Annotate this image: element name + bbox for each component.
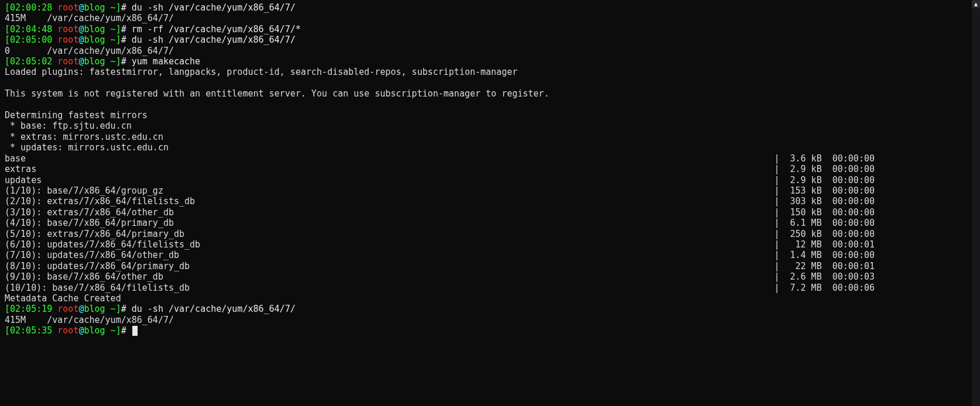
download-line: (1/10): base/7/x86_64/group_gz| 153 kB 0… <box>5 185 875 196</box>
download-line: (7/10): updates/7/x86_64/other_db| 1.4 M… <box>5 250 875 260</box>
prompt-host-cwd: blog ~] <box>84 35 121 45</box>
prompt-line: [02:05:02 root@blog ~]# yum makecache <box>5 56 967 67</box>
prompt-hash: # <box>121 24 132 35</box>
prompt-line: [02:05:00 root@blog ~]# du -sh /var/cach… <box>5 35 967 45</box>
download-line: base| 3.6 kB 00:00:00 <box>5 153 875 164</box>
prompt-line: [02:05:35 root@blog ~]# <box>5 325 967 336</box>
prompt-open: [02:05:35 <box>5 325 57 336</box>
download-status: | 6.1 MB 00:00:00 <box>774 218 875 228</box>
prompt-line: [02:04:48 root@blog ~]# rm -rf /var/cach… <box>5 24 967 35</box>
download-item: (8/10): updates/7/x86_64/primary_db <box>5 261 190 271</box>
download-item: (1/10): base/7/x86_64/group_gz <box>5 185 163 196</box>
download-status: | 22 MB 00:00:01 <box>774 261 875 271</box>
command-text: du -sh /var/cache/yum/x86_64/7/ <box>132 35 296 45</box>
output-line: Metadata Cache Created <box>5 293 967 304</box>
download-status: | 1.4 MB 00:00:00 <box>774 250 875 260</box>
prompt-hash: # <box>121 56 132 67</box>
download-item: (6/10): updates/7/x86_64/filelists_db <box>5 239 200 250</box>
output-line: * updates: mirrors.ustc.edu.cn <box>5 142 967 153</box>
download-item: (10/10): base/7/x86_64/filelists_db <box>5 283 190 293</box>
download-status: | 250 kB 00:00:00 <box>774 229 875 239</box>
download-status: | 2.9 kB 00:00:00 <box>774 164 875 174</box>
download-item: (3/10): extras/7/x86_64/other_db <box>5 207 174 218</box>
download-item: (5/10): extras/7/x86_64/primary_db <box>5 229 184 239</box>
prompt-open: [02:00:28 <box>5 2 57 13</box>
download-item: (9/10): base/7/x86_64/other_db <box>5 271 163 282</box>
output-line: 0 /var/cache/yum/x86_64/7/ <box>5 46 967 56</box>
download-item: base <box>5 153 26 164</box>
download-line: (8/10): updates/7/x86_64/primary_db| 22 … <box>5 261 875 271</box>
prompt-line: [02:00:28 root@blog ~]# du -sh /var/cach… <box>5 2 967 13</box>
scroll-up-icon[interactable]: ▲ <box>972 0 980 8</box>
prompt-host-cwd: blog ~] <box>84 24 121 35</box>
download-line: extras| 2.9 kB 00:00:00 <box>5 164 875 174</box>
download-item: (2/10): extras/7/x86_64/filelists_db <box>5 196 195 207</box>
output-line: Loaded plugins: fastestmirror, langpacks… <box>5 67 967 77</box>
download-status: | 12 MB 00:00:01 <box>774 239 875 250</box>
download-line: (4/10): base/7/x86_64/primary_db| 6.1 MB… <box>5 218 875 228</box>
download-status: | 2.9 kB 00:00:00 <box>774 175 875 185</box>
prompt-user: root <box>57 2 78 13</box>
download-line: (5/10): extras/7/x86_64/primary_db| 250 … <box>5 229 875 239</box>
prompt-host-cwd: blog ~] <box>84 56 121 67</box>
command-text: rm -rf /var/cache/yum/x86_64/7/* <box>132 24 301 35</box>
prompt-hash: # <box>121 304 132 314</box>
prompt-hash: # <box>121 35 132 45</box>
cursor <box>132 326 138 336</box>
output-line: 415M /var/cache/yum/x86_64/7/ <box>5 13 967 23</box>
download-item: (4/10): base/7/x86_64/primary_db <box>5 218 174 228</box>
prompt-user: root <box>57 325 78 336</box>
download-status: | 303 kB 00:00:00 <box>774 196 875 207</box>
download-status: | 153 kB 00:00:00 <box>774 185 875 196</box>
download-line: (10/10): base/7/x86_64/filelists_db| 7.2… <box>5 283 875 293</box>
download-item: (7/10): updates/7/x86_64/other_db <box>5 250 179 260</box>
prompt-open: [02:05:02 <box>5 56 57 67</box>
download-line: (2/10): extras/7/x86_64/filelists_db| 30… <box>5 196 875 207</box>
blank-line <box>5 78 967 88</box>
command-text: du -sh /var/cache/yum/x86_64/7/ <box>132 2 296 13</box>
download-line: (3/10): extras/7/x86_64/other_db| 150 kB… <box>5 207 875 218</box>
download-line: (6/10): updates/7/x86_64/filelists_db| 1… <box>5 239 875 250</box>
prompt-host-cwd: blog ~] <box>84 325 121 336</box>
prompt-hash: # <box>121 325 132 336</box>
prompt-host-cwd: blog ~] <box>84 304 121 314</box>
download-line: (9/10): base/7/x86_64/other_db| 2.6 MB 0… <box>5 271 875 282</box>
output-line: * extras: mirrors.ustc.edu.cn <box>5 132 967 142</box>
download-status: | 150 kB 00:00:00 <box>774 207 875 218</box>
prompt-open: [02:04:48 <box>5 24 57 35</box>
prompt-hash: # <box>121 2 132 13</box>
download-item: extras <box>5 164 36 174</box>
blank-line <box>5 99 967 110</box>
prompt-open: [02:05:19 <box>5 304 57 314</box>
output-line: * base: ftp.sjtu.edu.cn <box>5 121 967 131</box>
vertical-scrollbar[interactable]: ▲ <box>971 0 980 406</box>
prompt-host-cwd: blog ~] <box>84 2 121 13</box>
output-line: Determining fastest mirrors <box>5 110 967 121</box>
download-status: | 3.6 kB 00:00:00 <box>774 153 875 164</box>
prompt-user: root <box>57 24 78 35</box>
prompt-line: [02:05:19 root@blog ~]# du -sh /var/cach… <box>5 304 967 314</box>
output-line: This system is not registered with an en… <box>5 88 967 99</box>
command-text: du -sh /var/cache/yum/x86_64/7/ <box>132 304 296 314</box>
prompt-user: root <box>57 35 78 45</box>
download-status: | 7.2 MB 00:00:06 <box>774 283 875 293</box>
terminal-output[interactable]: [02:00:28 root@blog ~]# du -sh /var/cach… <box>0 0 971 406</box>
command-text: yum makecache <box>132 56 200 67</box>
output-line: 415M /var/cache/yum/x86_64/7/ <box>5 315 967 325</box>
download-item: updates <box>5 175 42 185</box>
download-line: updates| 2.9 kB 00:00:00 <box>5 175 875 185</box>
prompt-user: root <box>57 56 78 67</box>
terminal-viewport: [02:00:28 root@blog ~]# du -sh /var/cach… <box>0 0 980 406</box>
prompt-user: root <box>57 304 78 314</box>
prompt-open: [02:05:00 <box>5 35 57 45</box>
download-status: | 2.6 MB 00:00:03 <box>774 271 875 282</box>
